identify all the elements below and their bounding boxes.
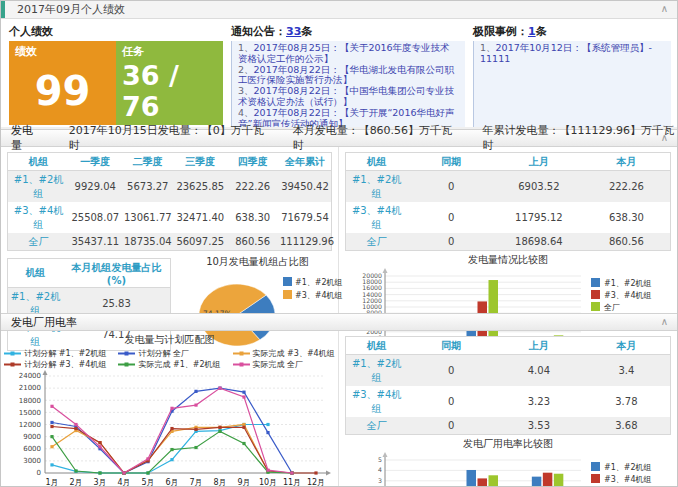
- table-header-cell: 本月: [583, 153, 671, 171]
- rate-section-body: 发电量与计划匹配图 计划分解 #1、#2机组计划分解 全厂实际完成 #3、#4机…: [1, 331, 677, 487]
- table-cell: 0: [407, 171, 495, 203]
- table-cell: 4.04: [495, 355, 583, 387]
- table-header-cell: 三季度: [174, 153, 226, 171]
- table-cell: 35437.11: [69, 233, 121, 251]
- table-header-cell: 同期: [407, 337, 495, 355]
- svg-text:全厂: 全厂: [604, 303, 620, 312]
- legend-swatch-icon: [118, 350, 135, 357]
- notice-number: 3、: [238, 85, 254, 96]
- case-item[interactable]: 1、2017年10月12日：【系统管理员】- 11111: [480, 43, 665, 65]
- rate-left-pane: 发电量与计划匹配图 计划分解 #1、#2机组计划分解 全厂实际完成 #3、#4机…: [1, 331, 339, 487]
- table-cell: 3.78: [583, 386, 671, 417]
- svg-text:4月: 4月: [117, 478, 130, 487]
- page-title-bar: 2017年09月个人绩效 ∧: [1, 1, 677, 19]
- bar-rate-compare-svg: 012345同期上月本月#1、#2机组#3、#4机组全厂: [345, 451, 671, 487]
- stat-month: 本月发电量：【860.56】万千瓦时: [293, 123, 457, 153]
- notice-item[interactable]: 3、2017年08月22日：【中国华电集团公司专业技术资格认定办法（试行）】: [238, 86, 459, 108]
- kpi-score-label: 绩效: [15, 44, 110, 59]
- cases-count-link[interactable]: 1: [528, 25, 536, 38]
- table-header-cell: 全年累计: [279, 153, 332, 171]
- table-cell: 222.26: [583, 171, 671, 203]
- svg-text:5: 5: [378, 456, 382, 463]
- table-cell: #1、#2机组: [346, 355, 408, 387]
- svg-text:#3、#4机组: #3、#4机组: [295, 291, 343, 300]
- table-cell: 111129.96: [279, 233, 332, 251]
- svg-text:2月: 2月: [69, 478, 82, 487]
- table-cell: 0: [407, 386, 495, 417]
- svg-text:12000: 12000: [362, 297, 382, 304]
- chevron-up-icon[interactable]: ∧: [661, 131, 668, 145]
- cases-list: 1、2017年10月12日：【系统管理员】- 11111: [473, 41, 671, 127]
- task-value: 36 / 76: [122, 59, 217, 122]
- cases-block: 极限事例：1条 1、2017年10月12日：【系统管理员】- 11111: [473, 24, 671, 127]
- svg-text:18000: 18000: [362, 278, 382, 285]
- svg-text:15000: 15000: [18, 409, 40, 417]
- legend-label: 计划分解 #1、#2机组: [24, 348, 106, 359]
- chevron-up-icon[interactable]: ∧: [661, 2, 668, 16]
- svg-text:#3、#4机组: #3、#4机组: [604, 291, 652, 300]
- svg-text:14000: 14000: [362, 291, 382, 298]
- table-cell: 18698.64: [495, 233, 583, 251]
- month-table: 机组同期上月本月#1、#2机组06903.52222.26#3、#4机组0117…: [345, 152, 671, 251]
- svg-text:24000: 24000: [18, 372, 40, 380]
- svg-text:3000: 3000: [23, 457, 41, 465]
- svg-text:4: 4: [378, 466, 382, 473]
- page-title: 2017年09月个人绩效: [5, 2, 125, 17]
- line-chart-legend: 计划分解 #1、#2机组计划分解 全厂实际完成 #3、#4机组计划分解 #3、#…: [1, 348, 338, 370]
- rate-right-pane: 机组同期上月本月#1、#2机组04.043.4#3、#4机组03.233.78全…: [339, 331, 677, 487]
- table-cell: #3、#4机组: [346, 202, 408, 233]
- legend-swatch-icon: [4, 361, 21, 368]
- notice-date: 2017年08月25日：: [254, 42, 340, 53]
- notices-title: 通知公告：: [231, 25, 286, 38]
- table-cell: 3.23: [495, 386, 583, 417]
- table-cell: 0: [407, 417, 495, 435]
- table-cell: 11795.12: [495, 202, 583, 233]
- table-cell: 860.56: [583, 233, 671, 251]
- svg-text:11月: 11月: [282, 478, 300, 487]
- notices-block: 通知公告：33条 1、2017年08月25日：【关于2016年度专业技术资格认定…: [231, 24, 465, 127]
- task-progress-tile[interactable]: 任务 36 / 76: [116, 41, 223, 125]
- table-cell: 9929.04: [69, 171, 121, 203]
- table-header-cell: 一季度: [69, 153, 121, 171]
- performance-tiles: 绩效 99 任务 36 / 76: [9, 41, 223, 125]
- table-cell: #3、#4机组: [346, 386, 408, 417]
- table-cell: 3.4: [583, 355, 671, 387]
- table-cell: 71679.54: [279, 202, 332, 233]
- svg-text:20000: 20000: [362, 272, 382, 279]
- legend-swatch-icon: [4, 350, 21, 357]
- legend-label: 计划分解 #3、#4机组: [24, 359, 106, 370]
- power-right-pane: 机组同期上月本月#1、#2机组06903.52222.26#3、#4机组0117…: [339, 147, 677, 313]
- table-cell: 18735.04: [122, 233, 174, 251]
- table-header-cell: 上月: [495, 337, 583, 355]
- legend-label: 实际完成 #1、#2机组: [138, 359, 220, 370]
- table-cell: #1、#2机组: [8, 171, 70, 203]
- table-cell: 0: [407, 233, 495, 251]
- table-header-cell: 机组: [346, 153, 408, 171]
- table-cell: 23625.85: [174, 171, 226, 203]
- legend-item: 计划分解 全厂: [118, 348, 220, 359]
- table-cell: 860.56: [227, 233, 279, 251]
- chevron-up-icon[interactable]: ∧: [661, 315, 668, 329]
- notice-item[interactable]: 1、2017年08月25日：【关于2016年度专业技术资格认定工作的公示】: [238, 43, 459, 65]
- notices-count-link[interactable]: 33: [286, 25, 301, 38]
- rate-section-header: 发电厂用电率 ∧: [1, 313, 677, 331]
- svg-text:5月: 5月: [141, 478, 154, 487]
- rate-bar-chart: 012345同期上月本月#1、#2机组#3、#4机组全厂: [339, 451, 677, 487]
- kpi-score-tile[interactable]: 绩效 99: [9, 41, 116, 125]
- notice-item[interactable]: 2、2017年08月22日：【华电湖北发电有限公司职工医疗保险实施暂行办法】: [238, 65, 459, 87]
- table-cell: 222.26: [227, 171, 279, 203]
- table-row: #3、#4机组011795.12638.30: [346, 202, 671, 233]
- svg-text:10000: 10000: [362, 303, 382, 310]
- legend-label: 实际完成 #3、#4机组: [253, 348, 335, 359]
- table-header-cell: 本月: [583, 337, 671, 355]
- svg-text:6月: 6月: [165, 478, 178, 487]
- table-cell: #3、#4机组: [8, 202, 70, 233]
- table-cell: 0: [407, 202, 495, 233]
- table-header-cell: 机组: [8, 259, 63, 288]
- table-header-cell: 上月: [495, 153, 583, 171]
- table-cell: 全厂: [346, 417, 408, 435]
- table-header-cell: 同期: [407, 153, 495, 171]
- notices-list: 1、2017年08月25日：【关于2016年度专业技术资格认定工作的公示】 2、…: [231, 41, 465, 127]
- power-section-title: 发电量: [11, 123, 43, 153]
- legend-swatch-icon: [233, 350, 250, 357]
